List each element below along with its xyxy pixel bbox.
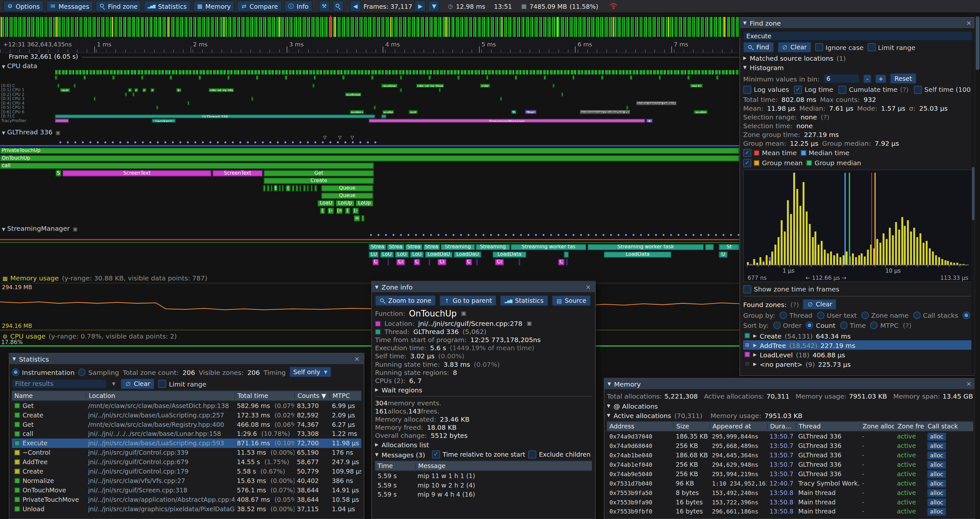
column-header[interactable]: Zone alloc (859, 423, 894, 430)
zone[interactable] (476, 259, 478, 265)
memory-usage-header[interactable]: Memory usage(y-range: 30.88 KB, visible … (2, 274, 208, 281)
group-by-user-text[interactable]: User text (817, 311, 857, 319)
allocation-row[interactable]: 0x7553b9fa508 bytes153,492,240ns13:50.8M… (607, 488, 974, 497)
column-header[interactable]: Time (375, 462, 415, 469)
allocation-row[interactable]: 0x7553b9fbf016 bytes296,661,186ns13:50.8… (607, 507, 974, 516)
zone[interactable]: LoU (380, 252, 394, 258)
funnel-icon[interactable]: ▼ (111, 381, 117, 387)
cpu-zone[interactable]: c (134, 88, 138, 92)
bin-minus-button[interactable]: - (863, 74, 872, 83)
cpu-zone[interactable] (500, 97, 502, 101)
cpu-zone[interactable]: A (646, 119, 652, 123)
alloc-callstack-button[interactable]: alloc (927, 479, 946, 488)
expand-triangle-icon[interactable]: ▶ (753, 333, 757, 338)
cpu-zone[interactable]: audio.service (effect) (636, 101, 676, 105)
glthread-track[interactable]: ▽▽▽PrivateTouchUpOnTouchUpcallSScreenTex… (0, 137, 740, 223)
allocations-table-header[interactable]: AddressSizeAppeared atDura...ThreadZone … (607, 421, 974, 432)
stats-row[interactable]: Executejni/../jni/src/claw/base/LuaScrip… (12, 439, 361, 448)
allocation-row[interactable]: 0x74ab9e5040256 KB293,994,219ns13:50.7GL… (607, 469, 974, 479)
close-icon[interactable]: × (584, 283, 592, 290)
zone[interactable]: ScreenText (212, 170, 262, 176)
connection-lost-icon[interactable] (609, 2, 617, 10)
limit-range-checkbox[interactable]: Limit range (158, 380, 206, 388)
column-header[interactable]: Location (86, 393, 234, 399)
zone[interactable]: C (558, 259, 564, 265)
frame-menu-button[interactable]: ▼ (428, 1, 440, 12)
timing-combo[interactable]: Self only▼ (290, 367, 331, 377)
toolbar-button-messages[interactable]: Messages (46, 1, 93, 12)
thread-pin-icon[interactable]: ▣ (56, 130, 60, 136)
cpu-zone[interactable]: aut (409, 110, 418, 114)
allocation-row[interactable]: 0x74ab1be040186.68 KB294,645,364ns13:50.… (607, 450, 974, 460)
zone[interactable]: Create (264, 177, 374, 184)
cpu-zone[interactable] (374, 106, 376, 110)
zone-source-button[interactable]: Source (552, 295, 590, 306)
min-bin-input[interactable] (823, 73, 860, 83)
stats-row[interactable]: OnTouchMovejni/../jni/src/guif/Screen.cp… (12, 485, 361, 495)
column-header[interactable]: Dura... (767, 423, 796, 430)
stats-row[interactable]: Createjni/../jni/src/guif/Control.cpp:17… (12, 467, 361, 476)
close-icon[interactable]: × (353, 355, 361, 362)
zone[interactable]: LoUp (356, 200, 373, 206)
column-header[interactable]: Counts ▼ (294, 393, 329, 399)
message-marker-icon[interactable]: ▽ (350, 136, 354, 140)
zone[interactable] (519, 259, 520, 265)
sort-by-order[interactable]: Order (773, 322, 801, 329)
zone[interactable]: Strea (387, 244, 404, 250)
toolbar-button-compare[interactable]: Compare (237, 1, 282, 12)
zone[interactable] (282, 185, 284, 192)
cpu-zone[interactable]: audiose (345, 93, 361, 96)
stats-row[interactable]: Get/mnt/e/claw/src/claw/base/AssetDict.h… (12, 401, 361, 410)
zone[interactable] (311, 185, 313, 192)
alloc-callstack-button[interactable]: alloc (927, 451, 946, 460)
zone[interactable] (564, 252, 569, 258)
go-to-parent-button[interactable]: Go to parent (439, 295, 496, 306)
cpu-zone[interactable]: cds_ol_rx_thr (209, 88, 234, 92)
zone[interactable]: LoadData (604, 252, 671, 258)
option-checkbox-self-time-100-00-[interactable]: Self time (100.00%) (913, 85, 975, 93)
sort-by-time[interactable]: Time (840, 322, 866, 329)
zone[interactable] (296, 185, 298, 192)
zone[interactable] (566, 259, 568, 265)
cpu-zone[interactable] (313, 84, 315, 88)
zone[interactable]: C (414, 259, 420, 265)
cpu-zone[interactable] (94, 97, 95, 101)
column-header[interactable]: Thread (796, 423, 860, 430)
found-zone-group-row[interactable]: ▶Create(54,131)643.34 ms (743, 331, 972, 340)
zone[interactable] (267, 185, 269, 192)
draw-checkbox[interactable]: Median time (800, 149, 849, 156)
cpu-zone[interactable]: (worker/) (152, 119, 175, 123)
zone[interactable]: (- (328, 208, 334, 214)
toolbar-tool-button[interactable] (332, 1, 344, 12)
memory-window-titlebar[interactable]: ▼ Memory × (605, 378, 976, 389)
found-zone-group-row[interactable]: ▶LoadLevel(18)406.88 µs (743, 350, 972, 359)
zone[interactable] (388, 259, 389, 265)
group-by-zone-name[interactable]: Zone name (861, 311, 908, 319)
cpu-zone[interactable]: audio. (383, 110, 394, 114)
cpu-zone[interactable] (251, 97, 253, 101)
cpu-zone[interactable]: audio (694, 110, 708, 114)
allocation-row[interactable]: 0x74a9d68040256 KB295,668,489ns13:50.7GL… (607, 441, 974, 450)
zone[interactable]: Ci (396, 259, 405, 265)
zone[interactable]: St (719, 244, 740, 250)
zone[interactable]: Ci (438, 259, 446, 265)
cpu-zone[interactable] (73, 84, 76, 88)
next-frame-button[interactable]: ▶ (415, 1, 426, 12)
sort-by-mtpc[interactable]: MTPC (870, 322, 899, 329)
clear-button[interactable]: Clear (777, 42, 811, 53)
exclude-children-checkbox[interactable]: Exclude children (528, 450, 590, 458)
zone[interactable] (279, 185, 281, 192)
find-zone-titlebar[interactable]: ▼ Find zone × (740, 18, 976, 28)
draw-checkbox[interactable]: Group median (807, 159, 861, 166)
limit-range-checkbox[interactable]: Limit range (867, 43, 915, 51)
column-header[interactable]: MTPC (329, 393, 361, 399)
cpu-zone[interactable] (133, 93, 135, 96)
zone[interactable]: ( (320, 208, 325, 214)
zone-statistics-button[interactable]: Statistics (500, 295, 548, 306)
toolbar-tool-button[interactable] (318, 1, 330, 12)
column-header[interactable]: Appeared at (710, 423, 767, 430)
close-icon[interactable]: × (965, 19, 972, 26)
allocation-row[interactable]: 0x74ab1ef040256 KB294,629,948ns13:50.7GL… (607, 460, 974, 469)
streaming-header[interactable]: ▼StreamingManager▣ (2, 225, 78, 232)
cpu-zone[interactable]: aut (60, 88, 70, 92)
